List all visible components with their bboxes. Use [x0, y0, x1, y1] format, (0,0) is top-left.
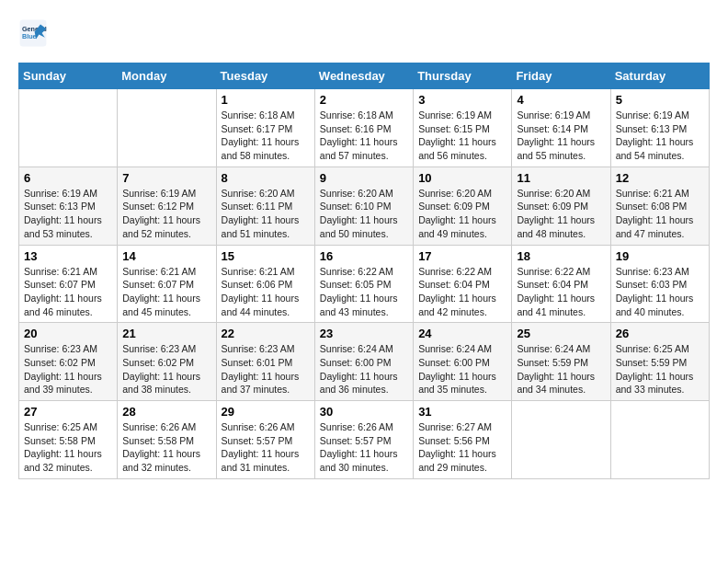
day-number: 1	[222, 93, 310, 107]
header-friday: Friday	[512, 63, 610, 89]
calendar-cell: 5Sunrise: 6:19 AM Sunset: 6:13 PM Daylig…	[610, 89, 709, 167]
calendar-week-row: 13Sunrise: 6:21 AM Sunset: 6:07 PM Dayli…	[19, 245, 710, 323]
calendar-cell	[512, 401, 610, 479]
day-number: 18	[517, 249, 605, 263]
day-info: Sunrise: 6:22 AM Sunset: 6:04 PM Dayligh…	[418, 265, 506, 319]
calendar-table: SundayMondayTuesdayWednesdayThursdayFrid…	[18, 63, 710, 479]
header-wednesday: Wednesday	[314, 63, 413, 89]
day-number: 23	[320, 327, 408, 340]
day-info: Sunrise: 6:19 AM Sunset: 6:12 PM Dayligh…	[122, 187, 210, 241]
day-number: 16	[320, 249, 408, 263]
calendar-cell: 14Sunrise: 6:21 AM Sunset: 6:07 PM Dayli…	[118, 245, 216, 323]
calendar-cell: 31Sunrise: 6:27 AM Sunset: 5:56 PM Dayli…	[414, 401, 512, 479]
calendar-cell	[118, 89, 216, 167]
day-number: 15	[222, 249, 310, 263]
day-number: 19	[616, 249, 704, 263]
logo-icon: General Blue	[18, 18, 48, 48]
calendar-cell	[19, 89, 118, 167]
calendar-cell	[610, 401, 709, 479]
day-number: 24	[418, 327, 506, 340]
calendar-cell: 20Sunrise: 6:23 AM Sunset: 6:02 PM Dayli…	[19, 323, 118, 401]
calendar-cell: 13Sunrise: 6:21 AM Sunset: 6:07 PM Dayli…	[19, 245, 118, 323]
day-info: Sunrise: 6:21 AM Sunset: 6:08 PM Dayligh…	[616, 187, 704, 241]
calendar-week-row: 27Sunrise: 6:25 AM Sunset: 5:58 PM Dayli…	[19, 401, 710, 479]
day-info: Sunrise: 6:23 AM Sunset: 6:01 PM Dayligh…	[222, 342, 310, 396]
calendar-cell: 25Sunrise: 6:24 AM Sunset: 5:59 PM Dayli…	[512, 323, 610, 401]
day-info: Sunrise: 6:20 AM Sunset: 6:10 PM Dayligh…	[320, 187, 408, 241]
calendar-week-row: 1Sunrise: 6:18 AM Sunset: 6:17 PM Daylig…	[19, 89, 710, 167]
day-info: Sunrise: 6:20 AM Sunset: 6:09 PM Dayligh…	[517, 187, 605, 241]
day-info: Sunrise: 6:22 AM Sunset: 6:05 PM Dayligh…	[320, 265, 408, 319]
calendar-week-row: 20Sunrise: 6:23 AM Sunset: 6:02 PM Dayli…	[19, 323, 710, 401]
day-number: 9	[320, 171, 408, 185]
day-info: Sunrise: 6:19 AM Sunset: 6:13 PM Dayligh…	[616, 109, 704, 163]
day-number: 5	[616, 93, 704, 107]
day-number: 22	[222, 327, 310, 340]
calendar-cell: 21Sunrise: 6:23 AM Sunset: 6:02 PM Dayli…	[118, 323, 216, 401]
calendar-cell: 11Sunrise: 6:20 AM Sunset: 6:09 PM Dayli…	[512, 167, 610, 245]
day-info: Sunrise: 6:18 AM Sunset: 6:17 PM Dayligh…	[222, 109, 310, 163]
day-info: Sunrise: 6:25 AM Sunset: 5:58 PM Dayligh…	[24, 420, 112, 475]
day-number: 26	[616, 327, 704, 340]
calendar-cell: 28Sunrise: 6:26 AM Sunset: 5:58 PM Dayli…	[118, 401, 216, 479]
calendar-cell: 1Sunrise: 6:18 AM Sunset: 6:17 PM Daylig…	[216, 89, 314, 167]
day-number: 14	[122, 249, 210, 263]
day-info: Sunrise: 6:24 AM Sunset: 5:59 PM Dayligh…	[517, 342, 605, 396]
day-info: Sunrise: 6:21 AM Sunset: 6:07 PM Dayligh…	[122, 265, 210, 319]
day-info: Sunrise: 6:20 AM Sunset: 6:09 PM Dayligh…	[418, 187, 506, 241]
day-info: Sunrise: 6:20 AM Sunset: 6:11 PM Dayligh…	[222, 187, 310, 241]
day-number: 8	[222, 171, 310, 185]
day-number: 20	[24, 327, 112, 340]
calendar-week-row: 6Sunrise: 6:19 AM Sunset: 6:13 PM Daylig…	[19, 167, 710, 245]
day-number: 2	[320, 93, 408, 107]
day-number: 25	[517, 327, 605, 340]
calendar-cell: 10Sunrise: 6:20 AM Sunset: 6:09 PM Dayli…	[414, 167, 512, 245]
calendar-cell: 19Sunrise: 6:23 AM Sunset: 6:03 PM Dayli…	[610, 245, 709, 323]
day-number: 13	[24, 249, 112, 263]
day-info: Sunrise: 6:25 AM Sunset: 5:59 PM Dayligh…	[616, 342, 704, 396]
day-number: 4	[517, 93, 605, 107]
calendar-cell: 17Sunrise: 6:22 AM Sunset: 6:04 PM Dayli…	[414, 245, 512, 323]
calendar-cell: 30Sunrise: 6:26 AM Sunset: 5:57 PM Dayli…	[314, 401, 413, 479]
day-info: Sunrise: 6:26 AM Sunset: 5:57 PM Dayligh…	[222, 420, 310, 475]
calendar-cell: 4Sunrise: 6:19 AM Sunset: 6:14 PM Daylig…	[512, 89, 610, 167]
logo: General Blue	[18, 18, 51, 48]
calendar-cell: 18Sunrise: 6:22 AM Sunset: 6:04 PM Dayli…	[512, 245, 610, 323]
day-number: 3	[418, 93, 506, 107]
header-sunday: Sunday	[19, 63, 118, 89]
day-info: Sunrise: 6:21 AM Sunset: 6:06 PM Dayligh…	[222, 265, 310, 319]
day-number: 21	[122, 327, 210, 340]
day-info: Sunrise: 6:23 AM Sunset: 6:03 PM Dayligh…	[616, 265, 704, 319]
day-number: 28	[122, 405, 210, 419]
calendar-cell: 27Sunrise: 6:25 AM Sunset: 5:58 PM Dayli…	[19, 401, 118, 479]
calendar-cell: 26Sunrise: 6:25 AM Sunset: 5:59 PM Dayli…	[610, 323, 709, 401]
calendar-cell: 16Sunrise: 6:22 AM Sunset: 6:05 PM Dayli…	[314, 245, 413, 323]
day-info: Sunrise: 6:23 AM Sunset: 6:02 PM Dayligh…	[24, 342, 112, 396]
calendar-cell: 29Sunrise: 6:26 AM Sunset: 5:57 PM Dayli…	[216, 401, 314, 479]
day-number: 6	[24, 171, 112, 185]
calendar-cell: 7Sunrise: 6:19 AM Sunset: 6:12 PM Daylig…	[118, 167, 216, 245]
calendar-cell: 3Sunrise: 6:19 AM Sunset: 6:15 PM Daylig…	[414, 89, 512, 167]
day-number: 17	[418, 249, 506, 263]
calendar-cell: 12Sunrise: 6:21 AM Sunset: 6:08 PM Dayli…	[610, 167, 709, 245]
day-number: 11	[517, 171, 605, 185]
header-tuesday: Tuesday	[216, 63, 314, 89]
day-info: Sunrise: 6:24 AM Sunset: 6:00 PM Dayligh…	[418, 342, 506, 396]
day-number: 12	[616, 171, 704, 185]
calendar-cell: 22Sunrise: 6:23 AM Sunset: 6:01 PM Dayli…	[216, 323, 314, 401]
calendar-cell: 15Sunrise: 6:21 AM Sunset: 6:06 PM Dayli…	[216, 245, 314, 323]
page-header: General Blue	[18, 18, 710, 48]
day-info: Sunrise: 6:26 AM Sunset: 5:57 PM Dayligh…	[320, 420, 408, 475]
day-number: 30	[320, 405, 408, 419]
day-number: 27	[24, 405, 112, 419]
day-info: Sunrise: 6:19 AM Sunset: 6:14 PM Dayligh…	[517, 109, 605, 163]
day-number: 31	[418, 405, 506, 419]
header-monday: Monday	[118, 63, 216, 89]
day-info: Sunrise: 6:24 AM Sunset: 6:00 PM Dayligh…	[320, 342, 408, 396]
day-info: Sunrise: 6:18 AM Sunset: 6:16 PM Dayligh…	[320, 109, 408, 163]
day-number: 7	[122, 171, 210, 185]
calendar-cell: 9Sunrise: 6:20 AM Sunset: 6:10 PM Daylig…	[314, 167, 413, 245]
svg-text:Blue: Blue	[22, 32, 37, 40]
day-info: Sunrise: 6:22 AM Sunset: 6:04 PM Dayligh…	[517, 265, 605, 319]
day-info: Sunrise: 6:23 AM Sunset: 6:02 PM Dayligh…	[122, 342, 210, 396]
